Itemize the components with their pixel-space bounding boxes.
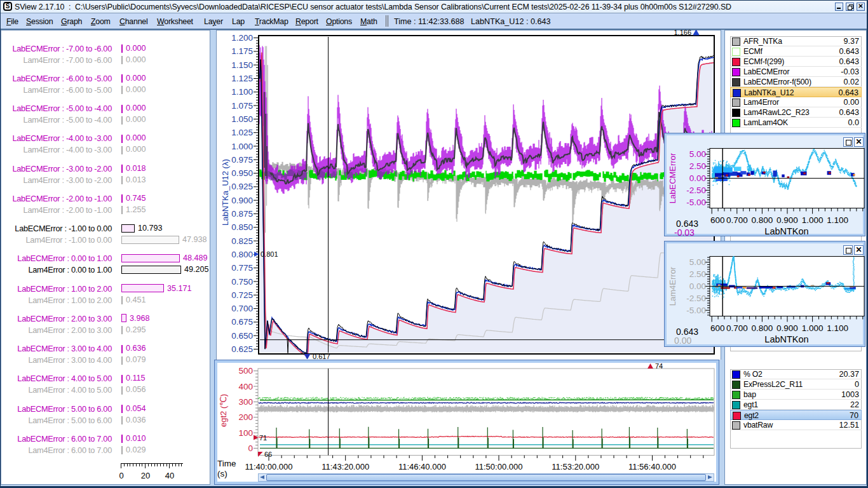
svg-text:0.900: 0.900: [776, 215, 798, 225]
svg-text:-2.50: -2.50: [686, 186, 706, 195]
svg-text:11:56:40.000: 11:56:40.000: [628, 462, 676, 471]
svg-text:1.100: 1.100: [231, 87, 253, 97]
svg-text:-5.00: -5.00: [686, 306, 706, 315]
svg-text:0.925: 0.925: [231, 182, 253, 191]
svg-text:0.850: 0.850: [231, 222, 253, 232]
svg-text:0.00: 0.00: [689, 281, 706, 291]
svg-text:0.675: 0.675: [231, 317, 253, 327]
svg-text:0.800: 0.800: [752, 215, 773, 225]
svg-text:0.700: 0.700: [726, 323, 748, 333]
svg-text:0.800: 0.800: [231, 250, 253, 259]
svg-text:1.166: 1.166: [674, 30, 691, 36]
svg-text:74: 74: [655, 362, 663, 370]
svg-text:1.150: 1.150: [231, 60, 253, 70]
svg-text:LabNTKon: LabNTKon: [764, 334, 808, 344]
svg-text:600: 600: [710, 215, 725, 225]
svg-text:2.50: 2.50: [689, 269, 706, 279]
svg-text:-2.50: -2.50: [686, 294, 706, 303]
svg-text:-0.03: -0.03: [674, 227, 695, 238]
svg-text:0.950: 0.950: [231, 168, 253, 178]
svg-text:0.617: 0.617: [313, 353, 330, 359]
svg-text:0.975: 0.975: [231, 155, 253, 165]
svg-text:11:53:20.000: 11:53:20.000: [552, 462, 599, 471]
svg-text:500: 500: [238, 366, 253, 376]
svg-text:0.650: 0.650: [231, 331, 253, 341]
svg-text:LabECMError: LabECMError: [668, 152, 677, 203]
svg-text:1.050: 1.050: [231, 114, 253, 124]
svg-text:11:43:20.000: 11:43:20.000: [322, 462, 369, 471]
svg-text:0.825: 0.825: [231, 236, 253, 246]
svg-text:1.100: 1.100: [827, 215, 848, 225]
svg-text:2.50: 2.50: [689, 161, 706, 171]
svg-text:1.000: 1.000: [231, 142, 253, 151]
svg-text:0.700: 0.700: [231, 304, 253, 313]
svg-text:LabNTKon: LabNTKon: [764, 226, 808, 236]
svg-text:1.200: 1.200: [231, 33, 253, 43]
svg-text:0.801: 0.801: [261, 250, 278, 258]
svg-text:0.750: 0.750: [231, 277, 253, 287]
svg-text:1.000: 1.000: [802, 323, 824, 333]
svg-text:1.100: 1.100: [827, 323, 848, 333]
svg-text:5.00: 5.00: [689, 257, 706, 267]
svg-text:66: 66: [264, 451, 272, 458]
svg-text:11:46:40.000: 11:46:40.000: [398, 462, 446, 471]
svg-text:0.625: 0.625: [231, 344, 253, 354]
svg-text:11:50:00.000: 11:50:00.000: [475, 462, 523, 471]
svg-text:Lam4Error: Lam4Error: [668, 266, 677, 306]
svg-text:11:40:00.000: 11:40:00.000: [245, 462, 293, 471]
svg-text:1.125: 1.125: [231, 74, 253, 83]
svg-text:1.025: 1.025: [231, 128, 253, 137]
svg-text:0.900: 0.900: [231, 196, 253, 205]
svg-text:0.725: 0.725: [231, 290, 253, 300]
svg-text:0.00: 0.00: [674, 336, 691, 346]
svg-text:0.875: 0.875: [231, 209, 253, 219]
svg-text:300: 300: [238, 397, 253, 407]
svg-text:1.175: 1.175: [231, 46, 253, 56]
svg-text:1.075: 1.075: [231, 101, 253, 111]
svg-text:1.000: 1.000: [802, 215, 824, 225]
svg-text:5.00: 5.00: [689, 149, 706, 159]
svg-text:0.800: 0.800: [752, 323, 773, 333]
svg-text:600: 600: [710, 323, 725, 333]
svg-text:0.775: 0.775: [231, 263, 253, 273]
svg-text:0.900: 0.900: [776, 323, 798, 333]
svg-text:0.700: 0.700: [726, 215, 748, 225]
svg-text:0: 0: [248, 444, 253, 453]
svg-text:-5.00: -5.00: [686, 198, 706, 207]
svg-text:0.00: 0.00: [689, 173, 706, 183]
svg-text:400: 400: [238, 382, 253, 391]
svg-text:71: 71: [259, 434, 267, 442]
svg-text:100: 100: [238, 428, 253, 438]
svg-text:200: 200: [238, 412, 253, 422]
